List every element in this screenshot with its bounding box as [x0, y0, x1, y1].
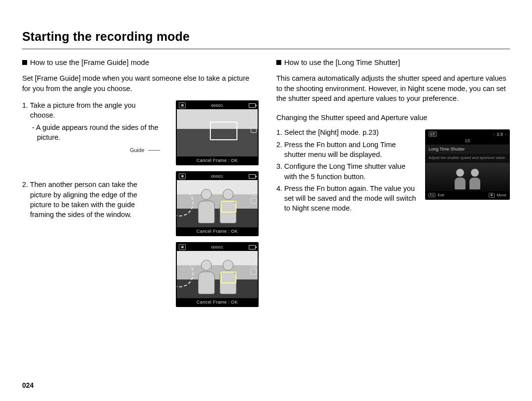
- battery-icon: [249, 174, 256, 179]
- battery-icon: [249, 245, 256, 249]
- face-icon: [251, 269, 257, 275]
- night-section-label: Long Time Shutter: [426, 145, 509, 154]
- side-icon-stack: [251, 182, 257, 204]
- guide-leader-line: [148, 150, 160, 151]
- mode-icon: ▣: [179, 244, 186, 250]
- camera-lcd-2: ▣ 00001: [176, 171, 259, 236]
- lcd-footer: Cancel Frame : OK: [177, 227, 258, 235]
- macro-icon: [251, 119, 257, 125]
- left-subhead-text: How to use the [Frame Guide] mode: [30, 58, 149, 66]
- right-column: How to use the [Long Time Shutter] This …: [276, 58, 510, 307]
- night-lcd: LT ‹ 2.8 › 1S Long Time Shutter Adjust t…: [425, 129, 510, 199]
- chevron-right-icon: ›: [505, 132, 506, 137]
- lcd-preview: [177, 251, 258, 298]
- lt-badge: LT: [429, 131, 437, 137]
- flash-icon: [251, 111, 257, 117]
- counter: 00001: [211, 103, 224, 108]
- flash-icon: [251, 182, 257, 188]
- right-section-heading: Changing the Shutter speed and Aperture …: [276, 113, 510, 123]
- battery-icon: [249, 103, 256, 108]
- bullet-square-icon: [276, 60, 281, 65]
- macro-icon: [251, 190, 257, 196]
- night-preview: [426, 163, 509, 191]
- face-icon: [251, 198, 257, 204]
- people-illustration: [187, 256, 248, 295]
- exit-label: Exit: [437, 193, 444, 197]
- focus-frame-small-icon: [221, 272, 236, 283]
- lcd-footer: Cancel Frame : OK: [177, 298, 258, 306]
- left-intro: Set [Frame Guide] mode when you want som…: [22, 73, 259, 93]
- people-illustration: [187, 185, 248, 224]
- left-step-2: 2. Then another person can take the pict…: [22, 180, 160, 219]
- move-hint: ✥ Move: [489, 193, 506, 198]
- right-subhead-text: How to use the [Long Time Shutter]: [284, 58, 400, 66]
- aperture-value: 2.8: [497, 132, 503, 137]
- side-icon-stack: [251, 111, 257, 133]
- lcd-preview: [177, 180, 258, 227]
- page-number: 024: [22, 381, 33, 389]
- dpad-key-icon: ✥: [489, 193, 495, 198]
- camera-lcd-1: ▣ 00001: [176, 100, 259, 165]
- left-subhead: How to use the [Frame Guide] mode: [22, 58, 259, 66]
- counter: 00001: [211, 174, 224, 179]
- move-label: Move: [497, 193, 506, 197]
- left-step-1-sub: - A guide appears round the sides of the…: [22, 123, 160, 143]
- page-title: Starting the recording mode: [22, 30, 510, 44]
- guide-label: Guide: [130, 147, 146, 153]
- counter: 00001: [211, 245, 224, 249]
- macro-icon: [251, 261, 257, 267]
- left-step-1: 1. Take a picture from the angle you cho…: [22, 100, 160, 121]
- camera-lcd-3: ▣ 00001: [176, 242, 259, 307]
- right-subhead: How to use the [Long Time Shutter]: [276, 58, 510, 66]
- side-icon-stack: [251, 253, 257, 275]
- focus-frame-icon: [210, 122, 237, 140]
- lcd-preview: [177, 109, 258, 156]
- lcd-footer: Cancel Frame : OK: [177, 156, 258, 164]
- flash-icon: [251, 253, 257, 259]
- exit-hint: Fn Exit: [429, 193, 444, 198]
- night-desc: Adjust the shutter speed and aperture va…: [426, 154, 509, 162]
- aperture-selector: ‹ 2.8 ›: [493, 132, 506, 137]
- mode-icon: ▣: [179, 102, 186, 108]
- bullet-square-icon: [22, 60, 27, 65]
- chevron-left-icon: ‹: [493, 132, 495, 137]
- face-icon: [251, 127, 257, 133]
- fn-key-icon: Fn: [429, 193, 435, 197]
- title-rule: [22, 49, 510, 49]
- focus-frame-small-icon: [221, 201, 236, 213]
- guide-label-row: Guide: [22, 147, 160, 153]
- right-intro: This camera automatically adjusts the sh…: [276, 73, 510, 104]
- left-column: How to use the [Frame Guide] mode Set [F…: [22, 58, 259, 307]
- shutter-value: 1S: [426, 138, 509, 145]
- mode-icon: ▣: [179, 173, 186, 179]
